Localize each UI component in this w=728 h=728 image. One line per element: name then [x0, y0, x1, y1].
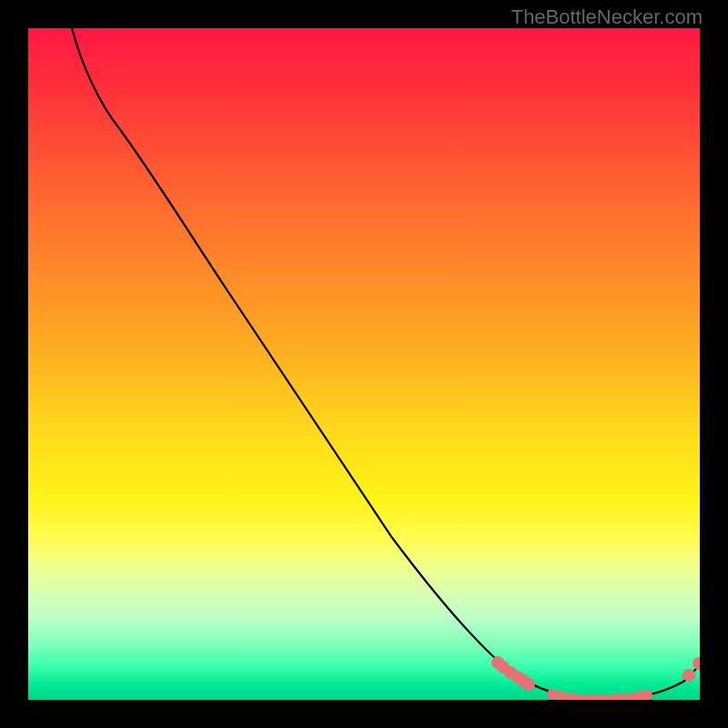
gradient-background [28, 28, 700, 700]
plot-area [28, 28, 700, 700]
watermark-text: TheBottleNecker.com [511, 5, 703, 29]
chart-container: TheBottleNecker.com [0, 0, 728, 728]
